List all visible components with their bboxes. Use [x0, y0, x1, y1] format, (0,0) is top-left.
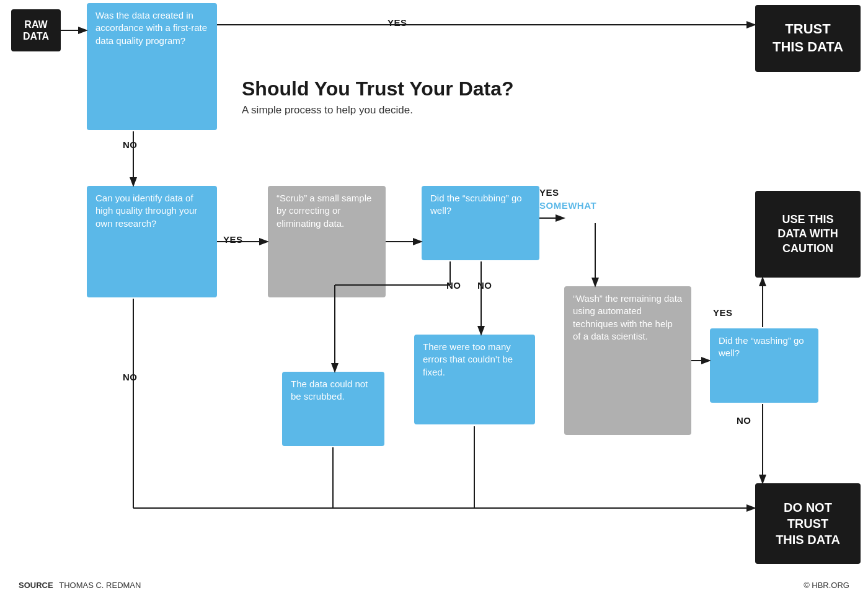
no5-label: NO: [737, 415, 751, 426]
q3-box: Did the “scrubbing” go well?: [422, 186, 539, 260]
caution-box: USE THISDATA WITHCAUTION: [755, 191, 861, 278]
q1-text: Was the data created in accordance with …: [95, 10, 207, 46]
source-line: SOURCE THOMAS C. REDMAN: [19, 581, 141, 590]
somewhat-label: SOMEWHAT: [539, 200, 596, 211]
raw-data-box: RAWDATA: [11, 9, 61, 51]
hbr-copyright: © HBR.ORG: [804, 581, 849, 590]
q4-box: Did the “washing” go well?: [710, 328, 818, 403]
yes1-label: YES: [388, 17, 407, 28]
main-title: Should You Trust Your Data?: [242, 77, 514, 100]
trust-text: TRUSTTHIS DATA: [773, 20, 843, 56]
q3-text: Did the “scrubbing” go well?: [430, 193, 522, 216]
q1-box: Was the data created in accordance with …: [87, 3, 217, 130]
source-label: SOURCE: [19, 581, 53, 590]
do-not-trust-box: DO NOTTRUSTTHIS DATA: [755, 483, 861, 564]
trust-box: TRUSTTHIS DATA: [755, 5, 861, 72]
wash-box: “Wash” the remaining data using automate…: [564, 286, 691, 435]
wash-text: “Wash” the remaining data using automate…: [573, 293, 682, 341]
scrub-text: “Scrub” a small sample by correcting or …: [277, 193, 371, 229]
scrub-box: “Scrub” a small sample by correcting or …: [268, 186, 386, 297]
caution-text: USE THISDATA WITHCAUTION: [777, 213, 838, 256]
subtitle: A simple process to help you decide.: [242, 104, 514, 116]
no1-label: NO: [123, 139, 138, 150]
q2-box: Can you identify data of high quality th…: [87, 186, 217, 297]
no3-label: NO: [446, 280, 461, 291]
no4-label: NO: [477, 280, 492, 291]
not-scrubbed-box: The data could not be scrubbed.: [282, 372, 384, 446]
q4-text: Did the “washing” go well?: [719, 335, 804, 358]
too-many-errors-text: There were too many errors that couldn’t…: [423, 341, 513, 377]
diagram-container: Should You Trust Your Data? A simple pro…: [0, 0, 868, 601]
yes4-label: YES: [713, 307, 733, 318]
do-not-trust-text: DO NOTTRUSTTHIS DATA: [776, 499, 840, 548]
yes2-label: YES: [223, 234, 243, 245]
yes3-label: YES: [539, 187, 559, 198]
no2-label: NO: [123, 372, 138, 382]
title-block: Should You Trust Your Data? A simple pro…: [242, 77, 514, 116]
source-name: THOMAS C. REDMAN: [59, 581, 141, 590]
raw-data-label: RAWDATA: [23, 19, 49, 42]
too-many-errors-box: There were too many errors that couldn’t…: [414, 335, 535, 424]
not-scrubbed-text: The data could not be scrubbed.: [291, 379, 368, 401]
q2-text: Can you identify data of high quality th…: [95, 193, 197, 229]
